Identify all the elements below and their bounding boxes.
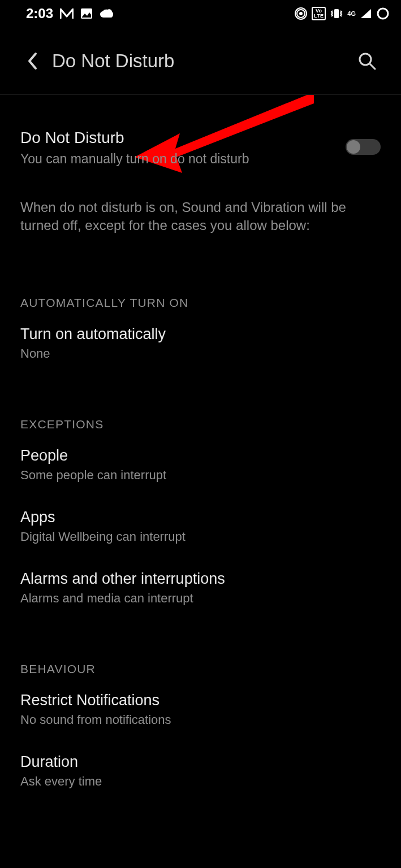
alarms-row[interactable]: Alarms and other interruptions Alarms an…	[20, 570, 381, 606]
chevron-left-icon	[27, 52, 38, 70]
duration-title: Duration	[20, 753, 381, 771]
dnd-toggle-row[interactable]: Do Not Disturb You can manually turn on …	[20, 129, 381, 168]
turn-on-automatically-row[interactable]: Turn on automatically None	[20, 326, 381, 361]
section-auto-header: AUTOMATICALLY TURN ON	[20, 296, 381, 310]
apps-row[interactable]: Apps Digital Wellbeing can interrupt	[20, 509, 381, 544]
hotspot-icon	[295, 7, 307, 20]
toggle-knob	[347, 140, 360, 154]
search-button[interactable]	[353, 47, 381, 75]
restrict-sub: No sound from notifications	[20, 713, 381, 727]
network-4g: 4G	[347, 11, 356, 17]
alarms-title: Alarms and other interruptions	[20, 570, 381, 588]
page-title: Do Not Disturb	[52, 50, 353, 72]
dnd-subtitle: You can manually turn on do not disturb	[20, 150, 381, 168]
status-left: 2:03	[26, 6, 114, 21]
svg-point-5	[378, 8, 388, 19]
status-right: VoLTE 4G	[295, 7, 390, 20]
people-title: People	[20, 447, 381, 465]
apps-sub: Digital Wellbeing can interrupt	[20, 530, 381, 544]
section-behaviour-header: BEHAVIOUR	[20, 662, 381, 676]
dnd-title: Do Not Disturb	[20, 129, 381, 147]
m-icon	[60, 8, 74, 19]
search-icon	[357, 51, 377, 71]
svg-rect-4	[334, 9, 339, 18]
auto-title: Turn on automatically	[20, 326, 381, 343]
annotation-arrow	[0, 95, 401, 264]
battery-icon	[376, 7, 390, 20]
status-time: 2:03	[26, 6, 53, 21]
back-button[interactable]	[20, 49, 45, 73]
auto-sub: None	[20, 346, 381, 361]
content: Do Not Disturb You can manually turn on …	[0, 95, 401, 789]
restrict-notifications-row[interactable]: Restrict Notifications No sound from not…	[20, 692, 381, 727]
status-bar: 2:03 VoLTE 4G	[0, 0, 401, 27]
people-sub: Some people can interrupt	[20, 468, 381, 483]
apps-title: Apps	[20, 509, 381, 526]
volte-icon: VoLTE	[312, 7, 326, 20]
app-header: Do Not Disturb	[0, 27, 401, 95]
vibrate-icon	[330, 8, 343, 19]
signal-icon	[360, 8, 372, 19]
svg-line-7	[370, 64, 375, 69]
svg-point-1	[299, 12, 303, 15]
image-icon	[80, 8, 93, 19]
alarms-sub: Alarms and media can interrupt	[20, 591, 381, 606]
restrict-title: Restrict Notifications	[20, 692, 381, 709]
dnd-info-text: When do not disturb is on, Sound and Vib…	[20, 198, 381, 235]
cloud-icon	[100, 8, 114, 19]
duration-row[interactable]: Duration Ask every time	[20, 753, 381, 789]
section-exceptions-header: EXCEPTIONS	[20, 418, 381, 431]
dnd-toggle[interactable]	[346, 139, 381, 155]
people-row[interactable]: People Some people can interrupt	[20, 447, 381, 483]
duration-sub: Ask every time	[20, 774, 381, 789]
